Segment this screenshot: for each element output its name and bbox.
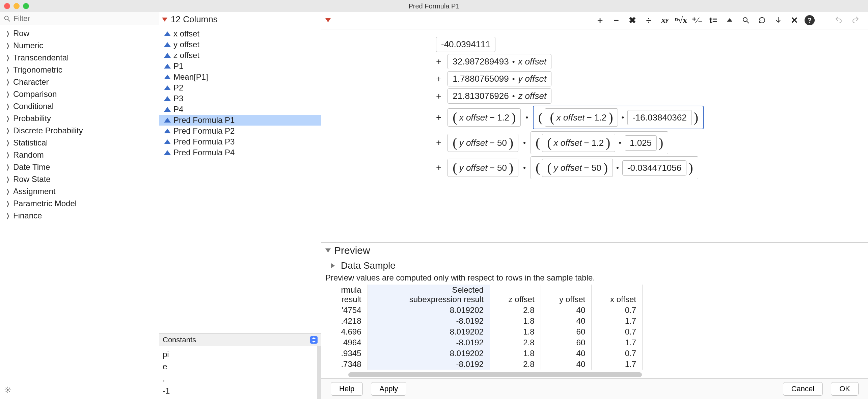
category-item[interactable]: ❯Statistical bbox=[0, 137, 159, 149]
category-item[interactable]: ❯Finance bbox=[0, 210, 159, 222]
root-button[interactable]: ⁿ√x bbox=[675, 14, 687, 26]
ok-button[interactable]: OK bbox=[831, 382, 859, 396]
dot-icon: • bbox=[522, 138, 527, 147]
formula-term[interactable]: -40.0394111 bbox=[436, 37, 495, 52]
formula-term[interactable]: 1.025 bbox=[625, 135, 657, 151]
formula-term[interactable]: -0.034471056 bbox=[622, 160, 686, 176]
formula-term[interactable]: 32.987289493 • x offset bbox=[447, 54, 551, 69]
peel-button[interactable] bbox=[724, 14, 736, 26]
column-label: Pred Formula P1 bbox=[173, 115, 235, 125]
column-item[interactable]: y offset bbox=[159, 39, 321, 50]
col-head[interactable]: x offset bbox=[592, 285, 643, 305]
formula-term[interactable]: ( y offset − 50 ) bbox=[447, 134, 518, 152]
column-item[interactable]: P2 bbox=[159, 82, 321, 93]
cancel-button[interactable]: Cancel bbox=[783, 382, 823, 396]
category-item[interactable]: ❯Probability bbox=[0, 112, 159, 125]
table-row[interactable]: 4964-8.01922.8601.7 bbox=[325, 337, 643, 348]
column-label: P4 bbox=[173, 105, 183, 114]
assign-button[interactable]: t= bbox=[707, 14, 720, 26]
search-input[interactable] bbox=[13, 14, 156, 23]
column-item[interactable]: P3 bbox=[159, 93, 321, 104]
category-item[interactable]: ❯Date Time bbox=[0, 161, 159, 173]
preview-header[interactable]: Preview bbox=[321, 243, 868, 258]
col-head[interactable]: z offset bbox=[490, 285, 541, 305]
formula-term[interactable]: -16.03840362 bbox=[627, 110, 691, 125]
category-item[interactable]: ❯Row State bbox=[0, 173, 159, 185]
constant-item[interactable]: . bbox=[163, 373, 314, 385]
category-label: Row bbox=[13, 29, 29, 38]
category-item[interactable]: ❯Character bbox=[0, 76, 159, 88]
category-item[interactable]: ❯Parametric Model bbox=[0, 197, 159, 210]
category-item[interactable]: ❯Trigonometric bbox=[0, 64, 159, 76]
formula-term[interactable]: ( x offset − 1.2 ) bbox=[545, 108, 618, 127]
chevron-right-icon: ❯ bbox=[6, 176, 10, 183]
datasample-header[interactable]: Data Sample bbox=[321, 258, 868, 273]
category-item[interactable]: ❯Discrete Probability bbox=[0, 125, 159, 137]
formula-disclosure-icon[interactable] bbox=[325, 18, 331, 22]
help-icon-button[interactable]: ? bbox=[805, 15, 815, 25]
formula-term[interactable]: ( y offset − 50 ) bbox=[447, 159, 518, 177]
category-item[interactable]: ❯Conditional bbox=[0, 100, 159, 112]
formula-term[interactable]: ( ( x offset − 1.2 ) • -16.03840362 ) bbox=[533, 106, 704, 129]
help-button[interactable]: Help bbox=[331, 382, 363, 396]
column-item[interactable]: Pred Formula P3 bbox=[159, 136, 321, 147]
formula-term[interactable]: ( ( y offset − 50 ) • -0.034471056 ) bbox=[531, 156, 698, 179]
category-label: Parametric Model bbox=[13, 199, 77, 208]
power-button[interactable]: xy bbox=[659, 14, 671, 26]
apply-button[interactable]: Apply bbox=[371, 382, 406, 396]
column-item[interactable]: x offset bbox=[159, 28, 321, 39]
gear-icon[interactable] bbox=[4, 386, 11, 396]
column-label: P1 bbox=[173, 61, 183, 71]
toolbar: ＋ − ✖ ÷ xy ⁿ√x ⁺⁄₋ t= ✕ ? bbox=[321, 12, 868, 29]
magnify-icon bbox=[742, 16, 750, 24]
redo-button[interactable] bbox=[849, 14, 861, 26]
formula-term[interactable]: ( ( x offset − 1.2 ) • 1.025 ) bbox=[531, 131, 668, 154]
table-row[interactable]: .4218-8.01921.8401.7 bbox=[325, 316, 643, 326]
table-row[interactable]: 4.6968.0192021.8600.7 bbox=[325, 326, 643, 337]
category-label: Discrete Probability bbox=[13, 126, 83, 135]
column-item[interactable]: Pred Formula P1 bbox=[159, 115, 321, 126]
formula-term[interactable]: ( y offset − 50 ) bbox=[542, 159, 613, 177]
titlebar: Pred Formula P1 bbox=[0, 0, 868, 12]
add-button[interactable]: ＋ bbox=[594, 14, 606, 26]
subtract-button[interactable]: − bbox=[610, 14, 622, 26]
column-item[interactable]: z offset bbox=[159, 50, 321, 61]
column-item[interactable]: Pred Formula P4 bbox=[159, 147, 321, 158]
constant-item[interactable]: e bbox=[163, 361, 314, 373]
formula-term[interactable]: ( x offset − 1.2 ) bbox=[542, 134, 615, 152]
divide-button[interactable]: ÷ bbox=[643, 14, 655, 26]
table-row[interactable]: '47548.0192022.8400.7 bbox=[325, 305, 643, 316]
formula-term[interactable]: ( x offset − 1.2 ) bbox=[447, 108, 521, 127]
magnify-button[interactable] bbox=[740, 14, 752, 26]
constant-item[interactable]: pi bbox=[163, 348, 314, 361]
undo-button[interactable] bbox=[833, 14, 845, 26]
category-item[interactable]: ❯Random bbox=[0, 149, 159, 161]
cell: 1.8 bbox=[490, 316, 541, 326]
column-item[interactable]: Pred Formula P2 bbox=[159, 126, 321, 136]
horizontal-scrollbar[interactable] bbox=[348, 372, 642, 377]
multiply-button[interactable]: ✖ bbox=[626, 14, 639, 26]
category-item[interactable]: ❯Comparison bbox=[0, 88, 159, 100]
category-item[interactable]: ❯Transcendental bbox=[0, 52, 159, 64]
column-item[interactable]: P1 bbox=[159, 61, 321, 72]
formula-area[interactable]: -40.0394111+32.987289493 • x offset+1.78… bbox=[321, 29, 868, 242]
category-item[interactable]: ❯Numeric bbox=[0, 39, 159, 52]
category-item[interactable]: ❯Row bbox=[0, 27, 159, 39]
formula-term[interactable]: 21.813076926 • z offset bbox=[447, 88, 551, 104]
column-item[interactable]: Mean[P1] bbox=[159, 72, 321, 82]
col-head[interactable]: y offset bbox=[541, 285, 592, 305]
refresh-button[interactable] bbox=[756, 14, 768, 26]
table-row[interactable]: .7348-8.01922.8401.7 bbox=[325, 359, 643, 370]
column-item[interactable]: P4 bbox=[159, 104, 321, 115]
constants-stepper[interactable] bbox=[310, 336, 318, 344]
category-item[interactable]: ❯Assignment bbox=[0, 185, 159, 197]
function-button[interactable] bbox=[772, 14, 784, 26]
col-head[interactable]: Selectedsubexpression result bbox=[368, 285, 490, 305]
table-row[interactable]: .93458.0192021.8400.7 bbox=[325, 348, 643, 359]
formula-term[interactable]: 1.7880765099 • y offset bbox=[447, 71, 551, 86]
delete-button[interactable]: ✕ bbox=[788, 14, 801, 26]
columns-header[interactable]: 12 Columns bbox=[159, 12, 321, 27]
constant-item[interactable]: -1 bbox=[163, 385, 314, 397]
col-head[interactable]: rmularesult bbox=[325, 285, 368, 305]
negate-button[interactable]: ⁺⁄₋ bbox=[691, 14, 703, 26]
